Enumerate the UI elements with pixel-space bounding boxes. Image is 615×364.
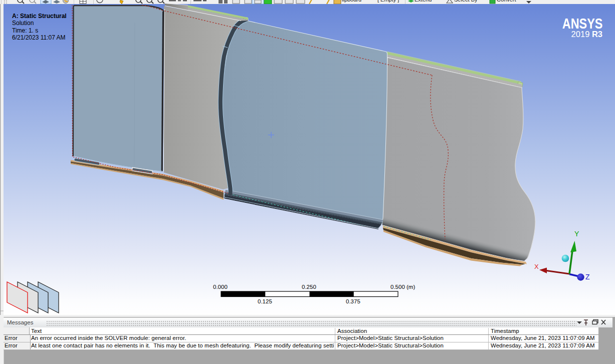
svg-text:Y: Y — [574, 230, 579, 238]
svg-text:X: X — [534, 263, 539, 270]
svg-text:Z: Z — [585, 273, 590, 281]
